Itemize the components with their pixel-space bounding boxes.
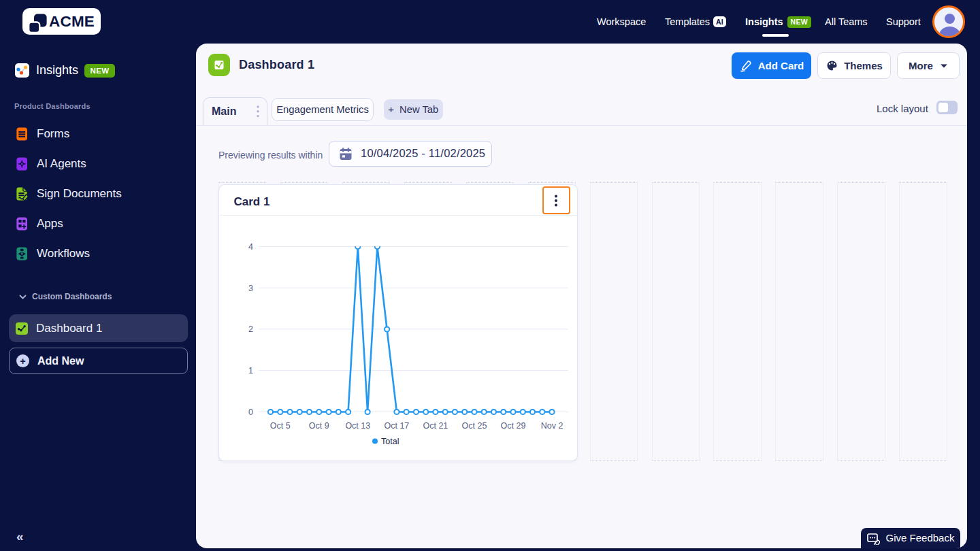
svg-text:Oct 9: Oct 9 — [308, 421, 329, 431]
svg-text:Oct 21: Oct 21 — [423, 421, 448, 431]
svg-text:Total: Total — [381, 437, 399, 446]
svg-text:Oct 17: Oct 17 — [384, 421, 409, 431]
svg-text:Oct 13: Oct 13 — [345, 421, 370, 431]
svg-text:0: 0 — [248, 407, 253, 417]
svg-text:Nov 2: Nov 2 — [540, 421, 563, 431]
svg-text:1: 1 — [248, 366, 253, 375]
svg-text:Oct 29: Oct 29 — [500, 421, 525, 431]
svg-text:Oct 25: Oct 25 — [461, 421, 487, 431]
svg-text:4: 4 — [248, 242, 253, 252]
svg-text:Oct 5: Oct 5 — [270, 421, 290, 431]
svg-text:2: 2 — [248, 324, 253, 334]
svg-text:3: 3 — [248, 283, 253, 293]
